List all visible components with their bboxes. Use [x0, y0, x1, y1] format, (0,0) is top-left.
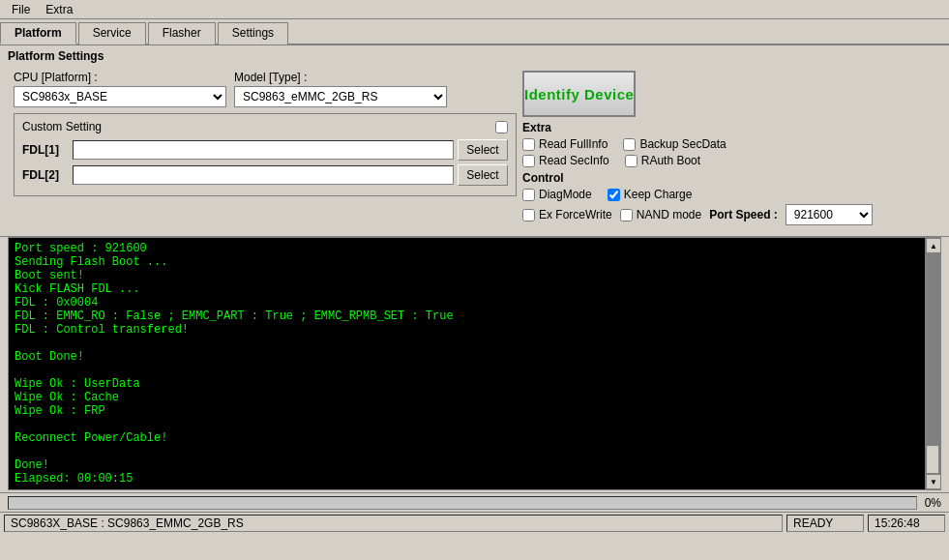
cpu-field-group: CPU [Platform] : SC9863x_BASE [14, 71, 226, 107]
read-fullinfo-checkbox[interactable] [522, 138, 535, 151]
ex-force-write-checkbox[interactable] [522, 209, 535, 221]
panel-title: Platform Settings [8, 49, 941, 63]
scroll-up-button[interactable]: ▲ [926, 238, 941, 253]
ex-force-write-label: Ex ForceWrite [539, 208, 612, 221]
fdl1-row: FDL[1] Select [22, 139, 508, 161]
log-content: Port speed : 921600 Sending Flash Boot .… [9, 238, 940, 489]
cpu-label: CPU [Platform] : [14, 71, 226, 84]
menu-file[interactable]: File [4, 2, 38, 17]
extra-section: Extra Read FullInfo Backup SecData Read … [522, 121, 935, 167]
scroll-track[interactable] [926, 253, 940, 474]
fdl2-input[interactable] [73, 165, 454, 185]
fdl1-input[interactable] [73, 140, 454, 160]
fdl2-row: FDL[2] Select [22, 164, 508, 186]
cpu-select[interactable]: SC9863x_BASE [14, 86, 226, 107]
control-section: Control DiagMode Keep Charge Ex ForceWri… [522, 171, 935, 225]
control-row2: Ex ForceWrite NAND mode Port Speed : 921… [522, 204, 935, 225]
progress-bar-outer [8, 496, 917, 510]
keep-charge-label: Keep Charge [624, 188, 693, 201]
keep-charge-item: Keep Charge [608, 188, 693, 201]
control-row1: DiagMode Keep Charge [522, 188, 935, 201]
custom-setting-box: Custom Setting FDL[1] Select FDL[2] Sele… [14, 113, 517, 196]
fdl1-label: FDL[1] [22, 143, 69, 157]
platform-panel: Platform Settings CPU [Platform] : SC986… [0, 45, 949, 237]
diag-mode-checkbox[interactable] [522, 189, 535, 201]
fdl2-select-button[interactable]: Select [458, 164, 508, 186]
statusbar: SC9863X_BASE : SC9863_EMMC_2GB_RS READY … [0, 512, 949, 533]
rauth-boot-label: RAuth Boot [641, 154, 700, 167]
read-secinfo-checkbox[interactable] [522, 155, 535, 167]
progress-area: 0% [0, 492, 949, 512]
read-secinfo-label: Read SecInfo [539, 154, 609, 167]
nand-mode-item: NAND mode [620, 208, 701, 221]
log-area[interactable]: Port speed : 921600 Sending Flash Boot .… [8, 237, 941, 490]
extra-row2: Read SecInfo RAuth Boot [522, 154, 935, 167]
diag-mode-item: DiagMode [522, 188, 592, 201]
control-label: Control [522, 171, 935, 185]
tab-platform[interactable]: Platform [0, 22, 76, 44]
backup-secdata-label: Backup SecData [639, 137, 726, 151]
menu-extra[interactable]: Extra [38, 2, 80, 17]
nand-mode-checkbox[interactable] [620, 209, 633, 221]
identify-device-button[interactable]: Identify Device [522, 71, 636, 117]
ex-force-write-item: Ex ForceWrite [522, 208, 612, 221]
fdl2-label: FDL[2] [22, 168, 69, 182]
diag-mode-label: DiagMode [539, 188, 592, 201]
nand-mode-label: NAND mode [637, 208, 701, 221]
progress-label: 0% [925, 496, 941, 510]
model-field-group: Model [Type] : SC9863_eMMC_2GB_RS [234, 71, 447, 107]
tab-settings[interactable]: Settings [218, 22, 288, 44]
read-fullinfo-label: Read FullInfo [539, 137, 608, 151]
tab-flasher[interactable]: Flasher [148, 22, 216, 44]
status-time: 15:26:48 [868, 515, 945, 532]
scroll-thumb[interactable] [926, 445, 939, 474]
extra-label: Extra [522, 121, 935, 134]
scroll-down-button[interactable]: ▼ [926, 474, 941, 489]
backup-secdata-item: Backup SecData [623, 137, 726, 151]
status-device-info: SC9863X_BASE : SC9863_EMMC_2GB_RS [4, 515, 783, 532]
port-speed-select[interactable]: 921600 [786, 204, 873, 225]
extra-row1: Read FullInfo Backup SecData [522, 137, 935, 151]
tabbar: Platform Service Flasher Settings [0, 19, 949, 45]
port-speed-label: Port Speed : [709, 208, 778, 221]
tab-service[interactable]: Service [78, 22, 146, 44]
right-section: Identify Device Extra Read FullInfo Back… [522, 71, 935, 228]
log-scrollbar[interactable]: ▲ ▼ [925, 238, 940, 489]
model-label: Model [Type] : [234, 71, 447, 84]
custom-setting-label: Custom Setting [22, 120, 102, 133]
left-section: CPU [Platform] : SC9863x_BASE Model [Typ… [14, 71, 517, 196]
custom-setting-checkbox[interactable] [495, 121, 508, 133]
backup-secdata-checkbox[interactable] [623, 138, 636, 151]
model-select[interactable]: SC9863_eMMC_2GB_RS [234, 86, 447, 107]
read-secinfo-item: Read SecInfo [522, 154, 609, 167]
custom-setting-header: Custom Setting [22, 120, 508, 133]
rauth-boot-checkbox[interactable] [625, 155, 638, 167]
status-ready: READY [786, 515, 864, 532]
menubar: File Extra [0, 0, 949, 19]
read-fullinfo-item: Read FullInfo [522, 137, 608, 151]
rauth-boot-item: RAuth Boot [625, 154, 700, 167]
keep-charge-checkbox[interactable] [608, 189, 620, 201]
fdl1-select-button[interactable]: Select [458, 139, 508, 161]
